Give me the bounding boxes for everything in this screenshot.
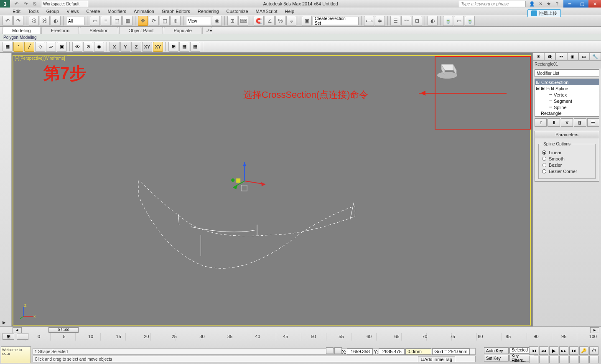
tool-angle-snap[interactable]: ∠ xyxy=(265,16,275,26)
exchange-icon[interactable]: ✕ xyxy=(537,1,544,7)
redo-icon[interactable]: ↷ xyxy=(22,0,29,7)
upload-button[interactable]: 拖拽上传 xyxy=(527,9,561,17)
stack-vertex[interactable]: ┄Vertex xyxy=(535,92,599,98)
tool-align[interactable]: ≑ xyxy=(375,16,385,26)
tab-freeform[interactable]: Freeform xyxy=(41,27,79,34)
stack-unique-icon[interactable]: ∀ xyxy=(561,118,573,127)
zoom-extents-icon[interactable] xyxy=(569,356,578,363)
tool-render-setup[interactable]: 🍵 xyxy=(443,16,453,26)
goto-start-icon[interactable]: ⏮ xyxy=(529,346,538,355)
pan-icon[interactable] xyxy=(529,356,538,363)
goto-end-icon[interactable]: ⏭ xyxy=(569,346,578,355)
tool-select[interactable]: ▭ xyxy=(90,16,100,26)
ri-vertex-icon[interactable]: ∴ xyxy=(13,42,23,52)
undo-icon[interactable]: ↶ xyxy=(13,0,20,7)
track-toggle-icon[interactable]: ⊞ xyxy=(3,333,14,340)
welcome-panel[interactable]: Welcome to MAX xyxy=(1,346,31,363)
tool-pivot[interactable]: ◉ xyxy=(212,16,222,26)
tab-selection[interactable]: Selection xyxy=(80,27,118,34)
ri-element-icon[interactable]: ▣ xyxy=(57,42,67,52)
ri-grid-icon[interactable]: ⊞ xyxy=(168,42,178,52)
maximize-button[interactable]: ▢ xyxy=(576,0,588,8)
tool-named-sel[interactable]: ▣ xyxy=(302,16,312,26)
radio-bezier[interactable]: Bezier xyxy=(542,163,592,168)
menu-views[interactable]: Views xyxy=(66,9,79,14)
tool-curve-editor[interactable]: 〰 xyxy=(401,16,411,26)
ri-edge-icon[interactable]: ╱ xyxy=(24,42,34,52)
tool-mirror[interactable]: ⟷ xyxy=(364,16,374,26)
tool-unlink[interactable]: ⛓̸ xyxy=(40,16,50,26)
play-icon[interactable]: ▶ xyxy=(549,346,558,355)
add-time-tag-button[interactable]: ☐ Add Time Tag xyxy=(418,356,455,362)
tab-modeling[interactable]: Modeling xyxy=(3,27,41,34)
ri-ignore-icon[interactable]: ⊘ xyxy=(83,42,93,52)
tool-keyboard[interactable]: ⌨ xyxy=(238,16,248,26)
ri-editpoly-icon[interactable]: ▦ xyxy=(3,42,13,52)
tool-snap-toggle[interactable]: 🧲 xyxy=(254,16,264,26)
panel-tab-hierarchy-icon[interactable]: ☷ xyxy=(555,53,567,61)
ri-mesh2-icon[interactable]: ▦ xyxy=(190,42,200,52)
ri-border-icon[interactable]: ◇ xyxy=(35,42,45,52)
stack-show-icon[interactable]: Ⅱ xyxy=(548,118,560,127)
modifier-list-dropdown[interactable]: Modifier List xyxy=(535,69,599,77)
refcoord-dropdown[interactable]: View xyxy=(186,17,211,25)
tool-undo[interactable]: ↶ xyxy=(3,16,13,26)
tool-mat-editor[interactable]: ◐ xyxy=(428,16,438,26)
modifier-stack[interactable]: ⊞CrossSection ⊟ ⊞Edit Spline ┄Vertex ┄Se… xyxy=(535,79,599,117)
selection-filter-dropdown[interactable]: All xyxy=(66,17,84,25)
timeslider-left-icon[interactable]: ◂ xyxy=(13,327,22,333)
zoom-all-icon[interactable] xyxy=(579,356,588,363)
tool-window-crossing[interactable]: ▦ xyxy=(122,16,132,26)
tab-minimize[interactable]: ⤢▾ xyxy=(202,27,212,34)
menu-modifiers[interactable]: Modifiers xyxy=(107,9,127,14)
ri-mesh1-icon[interactable]: ▦ xyxy=(179,42,189,52)
ri-y-constraint[interactable]: Y xyxy=(120,42,130,52)
viewport[interactable]: ▶ [+][Perspective][Wireframe] 第7步 选择Cros… xyxy=(0,53,532,326)
tool-link[interactable]: ⛓ xyxy=(29,16,39,26)
fov-icon[interactable] xyxy=(559,356,568,363)
workspace-dropdown[interactable]: Workspace: Default xyxy=(41,1,88,7)
viewcube-icon[interactable] xyxy=(434,56,461,79)
coord-y-field[interactable]: -2835.475 xyxy=(379,349,405,355)
stack-rectangle[interactable]: Rectangle xyxy=(535,110,599,116)
menu-grapheditors[interactable]: Graph Editors xyxy=(161,9,191,14)
stack-remove-icon[interactable]: 🗑 xyxy=(574,118,586,127)
tool-render[interactable]: 🍵 xyxy=(465,16,475,26)
menu-maxscript[interactable]: MAXScript xyxy=(255,9,278,14)
stack-crosssection[interactable]: ⊞CrossSection xyxy=(535,79,599,85)
signin-icon[interactable]: 👤 xyxy=(528,1,536,7)
tab-objectpaint[interactable]: Object Paint xyxy=(119,27,163,34)
gutter-arrow-icon[interactable]: ▶ xyxy=(3,320,6,325)
ri-xy2-constraint[interactable]: XY xyxy=(153,42,163,52)
tool-bind[interactable]: ◐ xyxy=(51,16,61,26)
radio-smooth[interactable]: Smooth xyxy=(542,156,592,161)
minimize-button[interactable]: ━ xyxy=(563,0,576,8)
lock-selection-icon[interactable] xyxy=(326,347,334,354)
tool-rotate[interactable]: ⟳ xyxy=(149,16,159,26)
time-slider-handle[interactable]: 0 / 100 xyxy=(48,327,79,333)
named-selection-dropdown[interactable]: Create Selection Set xyxy=(313,17,359,25)
tool-percent-snap[interactable]: % xyxy=(275,16,285,26)
tool-spinner-snap[interactable]: ⟐ xyxy=(286,16,296,26)
autokey-button[interactable]: Auto Key xyxy=(484,347,509,354)
track-curve-icon[interactable] xyxy=(17,333,28,340)
menu-animation[interactable]: Animation xyxy=(133,9,155,14)
key-mode-icon[interactable]: 🔑 xyxy=(579,346,588,355)
coord-z-field[interactable]: 0.0mm xyxy=(405,349,431,355)
tool-render-frame[interactable]: ▭ xyxy=(454,16,464,26)
tool-scale[interactable]: ◫ xyxy=(160,16,170,26)
coord-x-field[interactable]: -1659.358 xyxy=(347,349,373,355)
menu-help[interactable]: Help xyxy=(284,9,295,14)
panel-tab-display-icon[interactable]: ▭ xyxy=(578,53,590,61)
ri-x-constraint[interactable]: X xyxy=(110,42,120,52)
favorite-icon[interactable]: ★ xyxy=(545,1,553,7)
radio-linear[interactable]: Linear xyxy=(542,150,592,155)
tool-layers[interactable]: ☰ xyxy=(390,16,400,26)
ri-xy-constraint[interactable]: XY xyxy=(142,42,152,52)
object-name-field[interactable]: Rectangle01 xyxy=(533,61,601,69)
search-input[interactable]: Type a keyword or phrase xyxy=(459,1,526,7)
tool-manipulate[interactable]: ⊞ xyxy=(227,16,237,26)
panel-tab-modify-icon[interactable]: 🛠 xyxy=(544,53,555,61)
help-icon[interactable]: ? xyxy=(553,1,561,7)
isolate-icon[interactable] xyxy=(334,347,342,354)
